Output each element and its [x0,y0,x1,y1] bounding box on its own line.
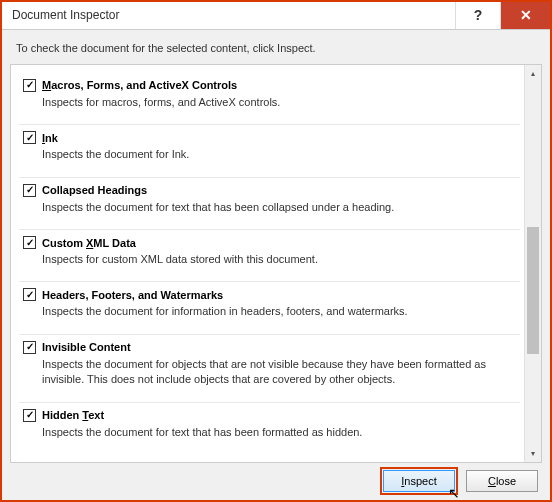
item-title: Macros, Forms, and ActiveX Controls [42,79,237,91]
item-macros: Macros, Forms, and ActiveX Controls Insp… [19,73,520,125]
close-window-button[interactable]: ✕ [500,2,550,29]
cursor-icon: ↖ [448,485,460,501]
titlebar: Document Inspector ? ✕ [2,2,550,30]
item-ink: Ink Inspects the document for Ink. [19,125,520,177]
checkbox-hidden-text[interactable] [23,409,36,422]
scroll-down-icon[interactable]: ▾ [525,445,541,462]
checkbox-macros[interactable] [23,79,36,92]
inspect-button[interactable]: Inspect ↖ [383,470,455,492]
scroll-up-icon[interactable]: ▴ [525,65,541,82]
document-inspector-dialog: Document Inspector ? ✕ To check the docu… [0,0,552,502]
help-button[interactable]: ? [455,2,500,29]
checkbox-collapsed-headings[interactable] [23,184,36,197]
item-desc: Inspects the document for information in… [42,304,516,319]
dialog-footer: Inspect ↖ Close [2,463,550,500]
item-desc: Inspects the document for objects that a… [42,357,516,388]
item-invisible-content: Invisible Content Inspects the document … [19,335,520,403]
item-desc: Inspects the document for Ink. [42,147,516,162]
item-collapsed-headings: Collapsed Headings Inspects the document… [19,178,520,230]
scroll-track[interactable] [525,82,541,445]
item-hidden-text: Hidden Text Inspects the document for te… [19,403,520,454]
scrollbar[interactable]: ▴ ▾ [524,65,541,462]
inspect-highlight: Inspect ↖ [380,467,458,495]
checkbox-invisible-content[interactable] [23,341,36,354]
checkbox-custom-xml[interactable] [23,236,36,249]
inspection-list: Macros, Forms, and ActiveX Controls Insp… [11,65,524,462]
item-title: Invisible Content [42,341,131,353]
checkbox-ink[interactable] [23,131,36,144]
dialog-title: Document Inspector [12,8,455,22]
item-desc: Inspects the document for text that has … [42,425,516,440]
item-title: Headers, Footers, and Watermarks [42,289,223,301]
scroll-thumb[interactable] [527,227,539,354]
item-desc: Inspects for custom XML data stored with… [42,252,516,267]
item-title: Hidden Text [42,409,104,421]
item-desc: Inspects the document for text that has … [42,200,516,215]
item-desc: Inspects for macros, forms, and ActiveX … [42,95,516,110]
item-headers-footers: Headers, Footers, and Watermarks Inspect… [19,282,520,334]
instruction-text: To check the document for the selected c… [2,30,550,64]
item-title: Collapsed Headings [42,184,147,196]
item-title: Custom XML Data [42,237,136,249]
close-button[interactable]: Close [466,470,538,492]
item-title: Ink [42,132,58,144]
content-panel: Macros, Forms, and ActiveX Controls Insp… [10,64,542,463]
checkbox-headers-footers[interactable] [23,288,36,301]
item-custom-xml: Custom XML Data Inspects for custom XML … [19,230,520,282]
